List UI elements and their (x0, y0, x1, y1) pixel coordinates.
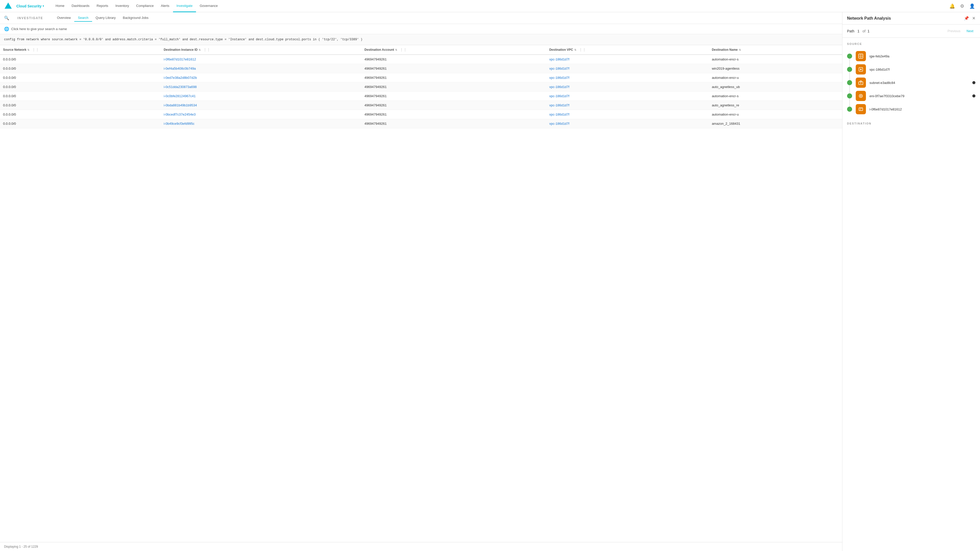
cell-dest-account: 496947949261 (361, 101, 546, 110)
investigate-search-icon: 🔍 (4, 16, 9, 21)
notification-icon[interactable]: 🔔 (948, 2, 956, 10)
dest-instance-link[interactable]: i-0f6e87d1017e81612 (164, 57, 196, 61)
path-item-name: igw-feb2e49a (870, 54, 889, 58)
dest-instance-link[interactable]: i-0c51dda230873a698 (164, 85, 197, 89)
dest-vpc-link[interactable]: vpc-186d1d7f (549, 85, 570, 89)
brand-label: Cloud Security (16, 4, 41, 8)
dest-vpc-link[interactable]: vpc-186d1d7f (549, 94, 570, 98)
cell-dest-account: 496947949261 (361, 92, 546, 101)
col-dest-account[interactable]: Destination Account ⇅ ⋮⋮ (361, 45, 546, 55)
nav-item-home[interactable]: Home (52, 0, 68, 12)
path-dot (847, 94, 852, 98)
drag-dest-instance-icon[interactable]: ⋮⋮ (203, 48, 210, 52)
path-item[interactable]: i-0f6e87d1017e81612 (847, 103, 975, 116)
cell-dest-vpc: vpc-186d1d7f (546, 92, 709, 101)
investigate-tabs: Overview Search Query Library Background… (53, 14, 152, 22)
cell-source-network: 0.0.0.0/0 (0, 83, 161, 92)
close-icon[interactable]: ✕ (972, 16, 975, 21)
nav-item-compliance[interactable]: Compliance (133, 0, 158, 12)
cell-dest-instance: i-0c51dda230873a698 (161, 83, 361, 92)
user-icon[interactable]: 👤 (968, 2, 976, 10)
col-dest-instance-label: Destination Instance ID (164, 48, 197, 52)
sort-source-network-icon: ⇅ (27, 48, 29, 51)
table-row[interactable]: 0.0.0.0/0 i-0f6e87d1017e81612 4969479492… (0, 55, 842, 64)
nav-item-reports[interactable]: Reports (93, 0, 112, 12)
chevron-down-icon: ▾ (43, 5, 44, 7)
drag-source-network-icon[interactable]: ⋮⋮ (32, 48, 39, 52)
col-source-network[interactable]: Source Network ⇅ ⋮⋮ (0, 45, 161, 55)
cell-dest-vpc: vpc-186d1d7f (546, 55, 709, 64)
path-icon-box (856, 104, 866, 114)
previous-button[interactable]: Previous (945, 28, 963, 34)
path-item-extra-dot (972, 94, 975, 97)
search-name-placeholder[interactable]: Click here to give your search a name (11, 27, 67, 31)
panel-header: Network Path Analysis 📌 ✕ (842, 12, 980, 24)
investigate-label: INVESTIGATE (18, 16, 43, 20)
investigate-bar: 🔍 INVESTIGATE Overview Search Query Libr… (0, 12, 842, 24)
dest-instance-link[interactable]: i-0ef4a5b408c0b749a (164, 67, 196, 70)
path-icon-box (856, 64, 866, 75)
table-footer: Displaying 1 - 25 of 1229 (0, 542, 842, 551)
col-dest-vpc[interactable]: Destination VPC ⇅ ⋮⋮ (546, 45, 709, 55)
path-item-extra-dot (972, 81, 975, 84)
dest-vpc-link[interactable]: vpc-186d1d7f (549, 103, 570, 107)
sort-dest-instance-icon: ⇅ (199, 48, 200, 51)
cell-dest-instance: i-0bda881b49b1b9534 (161, 101, 361, 110)
tab-background-jobs[interactable]: Background Jobs (119, 14, 152, 22)
dest-instance-link[interactable]: i-0ed7e38a2d8b07d2b (164, 76, 197, 79)
table-row[interactable]: 0.0.0.0/0 i-0ed7e38a2d8b07d2b 4969479492… (0, 73, 842, 83)
cell-dest-vpc: vpc-186d1d7f (546, 83, 709, 92)
cell-dest-name: win2019-agentless (709, 64, 842, 73)
app-logo (4, 2, 12, 10)
nav-item-alerts[interactable]: Alerts (157, 0, 173, 12)
next-button[interactable]: Next (964, 28, 975, 34)
path-item[interactable]: eni-0f7ae7f3310cebe79 (847, 89, 975, 103)
svg-point-7 (860, 83, 861, 84)
dest-instance-link[interactable]: i-0bcedf7c37e2454e3 (164, 113, 196, 116)
settings-icon[interactable]: ⚙ (959, 2, 965, 10)
col-dest-name[interactable]: Destination Name ⇅ (709, 45, 842, 55)
globe-icon: 🌐 (4, 27, 9, 32)
pin-icon[interactable]: 📌 (964, 16, 969, 21)
dest-vpc-link[interactable]: vpc-186d1d7f (549, 122, 570, 125)
table-row[interactable]: 0.0.0.0/0 i-0c0bfe28124967c41 4969479492… (0, 92, 842, 101)
dest-vpc-link[interactable]: vpc-186d1d7f (549, 113, 570, 116)
nav-item-investigate[interactable]: Investigate (173, 0, 196, 12)
table-row[interactable]: 0.0.0.0/0 i-0c51dda230873a698 4969479492… (0, 83, 842, 92)
nav-item-inventory[interactable]: Inventory (112, 0, 132, 12)
cell-source-network: 0.0.0.0/0 (0, 110, 161, 119)
cell-dest-instance: i-0ed7e38a2d8b07d2b (161, 73, 361, 83)
drag-dest-vpc-icon[interactable]: ⋮⋮ (579, 48, 586, 52)
dest-vpc-link[interactable]: vpc-186d1d7f (549, 57, 570, 61)
tab-search[interactable]: Search (74, 14, 92, 22)
cell-source-network: 0.0.0.0/0 (0, 73, 161, 83)
nav-item-governance[interactable]: Governance (196, 0, 221, 12)
nav-item-dashboards[interactable]: Dashboards (68, 0, 93, 12)
dest-vpc-link[interactable]: vpc-186d1d7f (549, 67, 570, 70)
table-row[interactable]: 0.0.0.0/0 i-0b49ce9cf3efd995c 4969479492… (0, 119, 842, 128)
drag-dest-account-icon[interactable]: ⋮⋮ (400, 48, 407, 52)
cell-dest-vpc: vpc-186d1d7f (546, 64, 709, 73)
table-row[interactable]: 0.0.0.0/0 i-0ef4a5b408c0b749a 4969479492… (0, 64, 842, 73)
path-item[interactable]: vpc-186d1d7f (847, 63, 975, 76)
col-source-network-label: Source Network (3, 48, 26, 52)
dest-vpc-link[interactable]: vpc-186d1d7f (549, 76, 570, 79)
path-current: 1 (858, 29, 859, 33)
col-dest-instance[interactable]: Destination Instance ID ⇅ ⋮⋮ (161, 45, 361, 55)
dest-instance-link[interactable]: i-0b49ce9cf3efd995c (164, 122, 194, 125)
cell-dest-name: automation-encr-u (709, 110, 842, 119)
dest-instance-link[interactable]: i-0c0bfe28124967c41 (164, 94, 196, 98)
query-text[interactable]: config from network where source.network… (4, 37, 838, 42)
table-row[interactable]: 0.0.0.0/0 i-0bcedf7c37e2454e3 4969479492… (0, 110, 842, 119)
cell-source-network: 0.0.0.0/0 (0, 119, 161, 128)
tab-overview[interactable]: Overview (53, 14, 74, 22)
path-item[interactable]: igw-feb2e49a (847, 49, 975, 63)
dest-instance-link[interactable]: i-0bda881b49b1b9534 (164, 103, 197, 107)
cell-source-network: 0.0.0.0/0 (0, 92, 161, 101)
path-item[interactable]: subnet-e3ad8c84 (847, 76, 975, 89)
cell-dest-name: auto_agnetless_re (709, 101, 842, 110)
brand-button[interactable]: Cloud Security ▾ (14, 3, 46, 9)
table-row[interactable]: 0.0.0.0/0 i-0bda881b49b1b9534 4969479492… (0, 101, 842, 110)
tab-query-library[interactable]: Query Library (92, 14, 119, 22)
search-name-bar[interactable]: 🌐 Click here to give your search a name (0, 24, 842, 34)
